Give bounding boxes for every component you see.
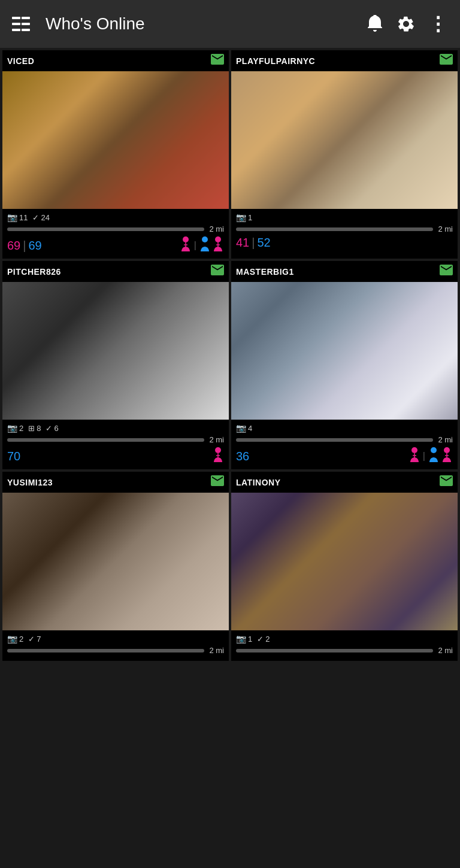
message-icon-masterbig1[interactable] [440, 265, 453, 278]
location-bar-viced [7, 227, 204, 231]
check-icon: ✓ [32, 213, 39, 222]
location-row-playfulpairnyc: 2 mi [236, 224, 453, 233]
photo-viced [2, 71, 229, 209]
gender-male-icon-viced-1 [199, 236, 211, 255]
distance-pitcher826: 2 mi [209, 435, 224, 444]
card-stats-yusimi123: 📷 2✓ 7 [7, 634, 224, 644]
notifications-icon[interactable] [362, 11, 388, 37]
check-icon: ✓ [46, 424, 52, 433]
location-bar-playfulpairnyc [236, 227, 433, 231]
card-header-latinony: LATINONY [231, 472, 458, 493]
message-icon-pitcher826[interactable] [211, 265, 224, 278]
card-viced[interactable]: VICED📷 11✓ 242 mi69|69| [2, 50, 229, 259]
svg-point-6 [183, 236, 189, 242]
gender-female-icon-masterbig1-2 [441, 447, 453, 466]
card-yusimi123[interactable]: YUSIMI123📷 2✓ 72 mi [2, 472, 229, 661]
check-count-yusimi123: ✓ 7 [28, 635, 41, 644]
gender-female-icon-pitcher826-0 [212, 447, 224, 466]
ages-row-playfulpairnyc: 41|52 [236, 236, 453, 250]
ages-pitcher826: 70 [7, 450, 20, 463]
gender-separator: | [423, 451, 425, 462]
card-footer-viced: 📷 11✓ 242 mi69|69| [2, 209, 229, 259]
video-icon: ⊞ [28, 424, 35, 433]
gender-female-icon-viced-0 [180, 236, 192, 255]
gender-male-icon-masterbig1-1 [428, 447, 440, 466]
ages-playfulpairnyc: 41|52 [236, 236, 271, 250]
username-playfulpairnyc: PLAYFULPAIRNYC [236, 56, 315, 66]
distance-yusimi123: 2 mi [209, 646, 224, 655]
camera-icon: 📷 [236, 213, 246, 222]
card-stats-viced: 📷 11✓ 24 [7, 213, 224, 222]
card-header-playfulpairnyc: PLAYFULPAIRNYC [231, 50, 458, 71]
ages-row-viced: 69|69| [7, 236, 224, 255]
settings-icon[interactable] [393, 11, 419, 37]
check-icon: ✓ [257, 635, 264, 644]
photo-pitcher826 [2, 282, 229, 420]
age-single-masterbig1: 36 [236, 450, 249, 463]
card-masterbig1[interactable]: MASTERBIG1📷 42 mi36| [231, 261, 458, 469]
location-bar-pitcher826 [7, 438, 204, 442]
header-actions: ⋮ [362, 11, 450, 37]
location-row-pitcher826: 2 mi [7, 435, 224, 444]
location-row-masterbig1: 2 mi [236, 435, 453, 444]
photo-yusimi123 [2, 493, 229, 630]
photo-latinony [231, 493, 458, 630]
username-latinony: LATINONY [236, 478, 281, 487]
card-footer-latinony: 📷 1✓ 22 mi [231, 630, 458, 661]
photo-count-masterbig1: 📷 4 [236, 423, 252, 433]
age-male-viced: 69 [28, 239, 41, 253]
camera-icon: 📷 [7, 213, 17, 222]
check-icon: ✓ [28, 635, 35, 644]
svg-point-19 [431, 447, 437, 453]
photo-count-latinony: 📷 1 [236, 634, 252, 644]
card-pitcher826[interactable]: PITCHER826📷 2⊞ 8✓ 62 mi70 [2, 261, 229, 469]
svg-rect-5 [22, 29, 30, 31]
page-title: Who's Online [46, 14, 352, 34]
card-header-pitcher826: PITCHER826 [2, 261, 229, 282]
distance-masterbig1: 2 mi [438, 435, 453, 444]
photo-count-playfulpairnyc: 📷 1 [236, 213, 252, 222]
card-stats-pitcher826: 📷 2⊞ 8✓ 6 [7, 423, 224, 433]
svg-rect-1 [22, 17, 30, 19]
message-icon-viced[interactable] [211, 54, 224, 68]
distance-latinony: 2 mi [438, 646, 453, 655]
card-footer-pitcher826: 📷 2⊞ 8✓ 62 mi70 [2, 420, 229, 469]
message-icon-yusimi123[interactable] [211, 475, 224, 489]
gender-female-icon-viced-2 [212, 236, 224, 255]
more-options-icon[interactable]: ⋮ [424, 11, 450, 37]
age-female-playfulpairnyc: 41 [236, 236, 249, 250]
svg-point-9 [202, 236, 208, 242]
username-pitcher826: PITCHER826 [7, 267, 61, 277]
age-single-pitcher826: 70 [7, 450, 20, 463]
photo-count-yusimi123: 📷 2 [7, 634, 23, 644]
gender-separator: | [194, 240, 196, 251]
message-icon-playfulpairnyc[interactable] [440, 54, 453, 68]
check-count-pitcher826: ✓ 6 [46, 424, 58, 433]
card-stats-masterbig1: 📷 4 [236, 423, 453, 433]
distance-playfulpairnyc: 2 mi [438, 224, 453, 233]
age-female-viced: 69 [7, 239, 20, 253]
svg-point-10 [215, 236, 221, 242]
location-bar-latinony [236, 649, 433, 652]
camera-icon: 📷 [236, 634, 246, 644]
location-bar-yusimi123 [7, 649, 204, 652]
card-playfulpairnyc[interactable]: PLAYFULPAIRNYC📷 12 mi41|52 [231, 50, 458, 259]
menu-icon[interactable] [10, 11, 36, 37]
ages-row-masterbig1: 36| [236, 447, 453, 466]
check-count-viced: ✓ 24 [32, 213, 49, 222]
card-stats-playfulpairnyc: 📷 1 [236, 213, 453, 222]
ages-masterbig1: 36 [236, 450, 249, 463]
card-latinony[interactable]: LATINONY📷 1✓ 22 mi [231, 472, 458, 661]
username-masterbig1: MASTERBIG1 [236, 267, 294, 277]
card-footer-masterbig1: 📷 42 mi36| [231, 420, 458, 469]
svg-point-16 [411, 447, 417, 453]
photo-count-viced: 📷 11 [7, 213, 28, 222]
svg-point-20 [444, 447, 450, 453]
gender-icons-masterbig1: | [408, 447, 453, 466]
photo-count-pitcher826: 📷 2 [7, 423, 23, 433]
gender-female-icon-masterbig1-0 [408, 447, 420, 466]
message-icon-latinony[interactable] [440, 475, 453, 489]
check-count-latinony: ✓ 2 [257, 635, 270, 644]
svg-rect-3 [22, 23, 30, 25]
ages-row-pitcher826: 70 [7, 447, 224, 466]
